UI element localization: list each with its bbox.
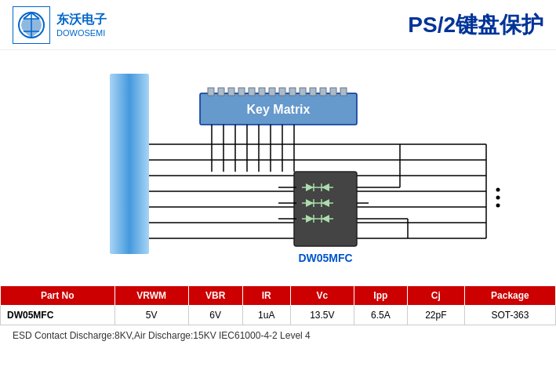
table-row: DW05MFC5V6V1uA13.5V6.5A22pFSOT-363 [1,306,556,325]
svg-rect-13 [289,88,296,96]
col-header-ir: IR [242,286,290,306]
svg-rect-9 [249,88,255,96]
svg-text:DW05MFC: DW05MFC [298,252,352,264]
svg-point-35 [496,188,500,192]
svg-rect-14 [300,88,306,96]
svg-point-37 [496,204,500,208]
table-cell: 6.5A [354,306,407,325]
logo-text: 东沃电子 DOWOSEMI [56,12,107,38]
logo-area: 东沃电子 DOWOSEMI [13,6,107,44]
svg-rect-11 [269,88,275,96]
svg-rect-8 [238,88,245,96]
table-cell: 6V [188,306,242,325]
svg-rect-12 [279,88,285,96]
col-header-vc: Vc [290,286,354,306]
col-header-ipp: Ipp [354,286,407,306]
page-title: PS/2键盘保护 [408,10,543,40]
header: 东沃电子 DOWOSEMI PS/2键盘保护 [0,0,556,50]
logo-chinese: 东沃电子 [56,12,107,28]
svg-rect-7 [228,88,234,96]
svg-rect-18 [340,88,347,96]
diagram-area: Key Matrix [0,50,556,285]
specs-table: Part No VRWM VBR IR Vc Ipp Cj Package DW… [0,285,556,325]
col-header-vbr: VBR [188,286,242,306]
table-section: Part No VRWM VBR IR Vc Ipp Cj Package DW… [0,285,556,325]
table-cell: DW05MFC [1,306,115,325]
footer-text: ESD Contact Discharge:8KV,Air Discharge:… [13,330,311,341]
col-header-cj: Cj [407,286,464,306]
circuit-diagram: Key Matrix [0,50,556,285]
footer: ESD Contact Discharge:8KV,Air Discharge:… [0,325,556,346]
svg-rect-10 [259,88,265,96]
svg-point-36 [496,196,500,200]
svg-rect-17 [330,88,336,96]
svg-rect-6 [218,88,224,96]
svg-rect-38 [294,172,357,246]
table-cell: SOT-363 [464,306,555,325]
logo-english: DOWOSEMI [56,28,107,38]
svg-rect-15 [310,88,316,96]
table-cell: 1uA [242,306,290,325]
table-cell: 5V [114,306,188,325]
table-header-row: Part No VRWM VBR IR Vc Ipp Cj Package [1,286,556,306]
col-header-package: Package [464,286,555,306]
svg-rect-16 [320,88,326,96]
col-header-vrwm: VRWM [114,286,188,306]
table-cell: 13.5V [290,306,354,325]
svg-rect-5 [208,88,214,96]
company-logo-icon [13,6,50,44]
svg-text:Key Matrix: Key Matrix [247,103,311,116]
col-header-partno: Part No [1,286,115,306]
svg-rect-2 [110,74,149,254]
table-cell: 22pF [407,306,464,325]
